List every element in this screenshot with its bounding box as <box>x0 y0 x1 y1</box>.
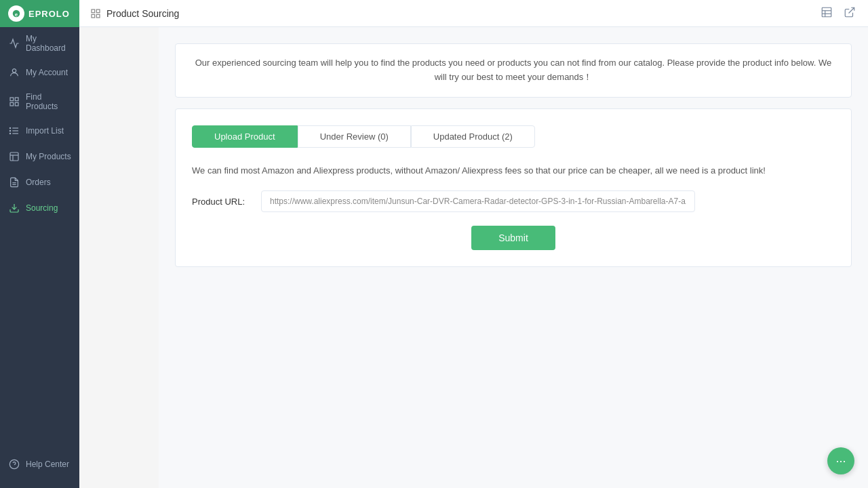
tab-updated-product[interactable]: Updated Product (2) <box>411 125 535 148</box>
topbar-grid-icon <box>90 8 101 19</box>
chat-bubble[interactable]: ··· <box>827 447 854 474</box>
submit-area: Submit <box>192 226 835 250</box>
sidebar: e EPROLO My Dashboard My Account Find Pr… <box>0 0 79 488</box>
sidebar-logo: e EPROLO <box>0 0 79 27</box>
page-title: Product Sourcing <box>106 8 179 19</box>
topbar: Product Sourcing <box>79 0 868 27</box>
product-url-input[interactable] <box>261 190 695 212</box>
main-content: Our experienced sourcing team will help … <box>159 27 868 488</box>
svg-rect-23 <box>92 14 95 18</box>
svg-point-11 <box>9 130 10 131</box>
sidebar-item-sourcing[interactable]: Sourcing <box>0 195 79 221</box>
sidebar-bottom: Help Center <box>0 451 79 488</box>
topbar-icons <box>819 5 857 22</box>
svg-rect-24 <box>96 14 100 18</box>
sidebar-item-label: My Account <box>26 68 68 77</box>
svg-rect-13 <box>10 152 18 161</box>
page-title-area: Product Sourcing <box>90 8 814 19</box>
sidebar-item-label: Import List <box>26 126 64 136</box>
sourcing-icon <box>8 202 20 214</box>
svg-rect-4 <box>15 98 18 101</box>
sidebar-item-import-list[interactable]: Import List <box>0 118 79 144</box>
sidebar-item-find-products[interactable]: Find Products <box>0 85 79 118</box>
sidebar-item-orders[interactable]: Orders <box>0 169 79 195</box>
grid-icon <box>8 96 20 108</box>
sidebar-item-dashboard[interactable]: My Dashboard <box>0 27 79 60</box>
svg-point-2 <box>12 69 16 73</box>
logo-icon: e <box>8 5 24 22</box>
tab-buttons: Upload Product Under Review (0) Updated … <box>192 125 835 148</box>
logo-text: EPROLO <box>28 9 70 19</box>
help-icon <box>8 458 20 470</box>
svg-rect-25 <box>822 7 831 17</box>
tab-section: Upload Product Under Review (0) Updated … <box>175 108 852 268</box>
info-banner-text: Our experienced sourcing team will help … <box>195 58 831 82</box>
info-banner: Our experienced sourcing team will help … <box>175 43 852 98</box>
box-icon <box>8 150 20 163</box>
svg-point-19 <box>9 460 18 468</box>
svg-rect-22 <box>96 9 100 13</box>
chart-line-icon <box>8 37 20 49</box>
user-icon <box>8 66 20 79</box>
list-icon <box>8 125 20 137</box>
svg-point-12 <box>9 133 10 134</box>
sidebar-item-help-center[interactable]: Help Center <box>0 451 79 477</box>
product-url-label: Product URL: <box>192 197 253 207</box>
sidebar-item-label: Orders <box>26 178 51 187</box>
sidebar-item-account[interactable]: My Account <box>0 60 79 85</box>
upload-hint: We can find most Amazon and Aliexpress p… <box>192 164 835 178</box>
svg-rect-5 <box>10 102 14 106</box>
svg-rect-21 <box>92 9 95 13</box>
chat-icon: ··· <box>835 454 846 468</box>
sidebar-item-label: Help Center <box>26 460 69 469</box>
product-url-row: Product URL: <box>192 190 835 212</box>
tab-under-review[interactable]: Under Review (0) <box>298 125 411 148</box>
tab-upload-product[interactable]: Upload Product <box>192 125 298 148</box>
topbar-table-icon[interactable] <box>819 5 834 22</box>
svg-text:e: e <box>15 12 18 18</box>
svg-point-10 <box>9 127 10 128</box>
topbar-external-link-icon[interactable] <box>842 5 857 22</box>
sidebar-item-my-products[interactable]: My Products <box>0 144 79 169</box>
svg-rect-6 <box>15 102 18 106</box>
sidebar-item-label: Sourcing <box>26 203 58 213</box>
sidebar-item-label: My Dashboard <box>26 34 71 53</box>
svg-line-29 <box>849 7 854 13</box>
sidebar-item-label: My Products <box>26 152 71 161</box>
sidebar-item-label: Find Products <box>26 92 71 111</box>
submit-button[interactable]: Submit <box>471 226 555 250</box>
orders-icon <box>8 176 20 188</box>
svg-rect-3 <box>10 98 14 101</box>
